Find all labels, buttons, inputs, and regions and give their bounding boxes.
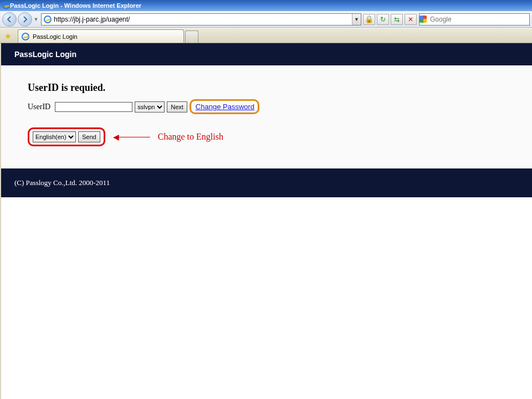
- close-icon: ✕: [408, 16, 413, 23]
- required-heading: UserID is requied.: [28, 82, 510, 94]
- page-viewport[interactable]: PassLogic Login UserID is requied. UserI…: [0, 43, 532, 399]
- refresh-button[interactable]: ↻: [377, 14, 389, 25]
- page-header-text: PassLogic Login: [14, 50, 76, 59]
- stop-button[interactable]: ✕: [405, 14, 417, 25]
- language-select[interactable]: English(en): [33, 131, 76, 142]
- window-title-bar: PassLogic Login - Windows Internet Explo…: [0, 0, 532, 11]
- page-icon: [44, 16, 52, 23]
- userid-input[interactable]: [55, 102, 132, 112]
- language-row: English(en) Send ◀ Change to English: [28, 127, 510, 146]
- content-area: UserID is requied. UserID sslvpn Next Ch…: [1, 65, 532, 168]
- search-box: [419, 13, 530, 25]
- blank-area: [1, 197, 532, 399]
- google-icon: [420, 16, 427, 23]
- userid-label: UserID: [28, 103, 50, 111]
- arrow-right-icon: [22, 16, 28, 23]
- tab-passlogic[interactable]: PassLogic Login: [18, 29, 184, 43]
- history-dropdown[interactable]: ▼: [33, 12, 39, 27]
- new-tab-button[interactable]: [185, 30, 198, 43]
- copyright-text: (C) Passlogy Co.,Ltd. 2000-2011: [14, 178, 110, 187]
- refresh-icon: ↻: [380, 16, 386, 23]
- userid-row: UserID sslvpn Next Change Password: [28, 99, 510, 114]
- compat-button[interactable]: ⇆: [391, 14, 403, 25]
- language-highlight: English(en) Send: [28, 127, 105, 146]
- tab-title: PassLogic Login: [33, 33, 78, 40]
- annotation-arrow: ◀ Change to English: [113, 132, 223, 142]
- page-header: PassLogic Login: [1, 43, 532, 65]
- ie-icon: [2, 2, 10, 9]
- address-dropdown[interactable]: ▼: [352, 14, 361, 25]
- page-footer: (C) Passlogy Co.,Ltd. 2000-2011: [1, 168, 532, 197]
- window-title: PassLogic Login - Windows Internet Explo…: [10, 2, 141, 9]
- annotation-text: Change to English: [158, 132, 223, 142]
- send-button[interactable]: Send: [78, 131, 100, 142]
- url-input[interactable]: [54, 14, 352, 25]
- address-bar: ▼: [41, 13, 361, 25]
- navigation-bar: ▼ ▼ 🔒 ↻ ⇆ ✕: [0, 11, 532, 28]
- back-button[interactable]: [2, 12, 17, 27]
- tabs-row: ★ PassLogic Login: [0, 28, 532, 43]
- compat-icon: ⇆: [394, 16, 400, 23]
- domain-select[interactable]: sslvpn: [135, 101, 165, 112]
- search-input[interactable]: [429, 15, 529, 24]
- lock-icon: 🔒: [365, 15, 374, 23]
- change-password-highlight: Change Password: [190, 99, 259, 114]
- arrow-left-icon: [6, 16, 13, 23]
- security-lock-button[interactable]: 🔒: [363, 14, 375, 25]
- change-password-link[interactable]: Change Password: [196, 103, 254, 111]
- favorites-button[interactable]: ★: [2, 30, 13, 42]
- next-button[interactable]: Next: [167, 101, 187, 112]
- forward-button[interactable]: [18, 12, 32, 27]
- star-icon: ★: [4, 32, 12, 40]
- ie-icon: [22, 33, 29, 40]
